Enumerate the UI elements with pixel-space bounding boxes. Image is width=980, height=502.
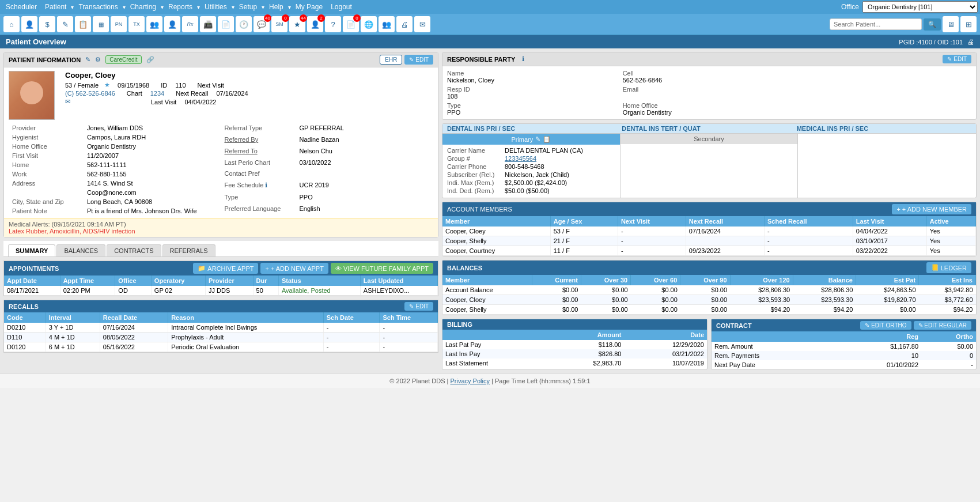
table-row[interactable]: Cooper, Courtney 11 / F - 09/23/2022 - 0… (442, 246, 976, 256)
money-icon[interactable]: $ (39, 16, 55, 32)
table-row[interactable]: Cooper, Cloey $0.00 $0.00 $0.00 $0.00 $2… (442, 295, 976, 305)
rp-edit-button[interactable]: ✎ EDIT (943, 55, 971, 63)
archive-icon: 📁 (198, 265, 206, 272)
tx-icon[interactable]: TX (128, 16, 145, 32)
tab-balances[interactable]: BALANCES (56, 244, 105, 256)
calendar-icon[interactable]: 📋 (75, 16, 91, 32)
archive-appt-button[interactable]: 📁 ARCHIVE APPT (193, 263, 258, 274)
privacy-policy-link[interactable]: Privacy Policy (451, 378, 490, 384)
nav-charting[interactable]: Charting (127, 1, 160, 13)
recall-date-cell: 05/16/2022 (100, 342, 168, 352)
notification-icon[interactable]: ★44 (289, 16, 305, 32)
age-sex-cell: 53 / F (550, 227, 618, 236)
edit-ortho-button[interactable]: ✎ EDIT ORTHO (860, 321, 911, 330)
tab-contracts[interactable]: CONTRACTS (107, 244, 161, 256)
table-row[interactable]: Account Balance $0.00 $0.00 $0.00 $0.00 … (442, 285, 976, 295)
table-row[interactable]: Cooper, Shelly 21 / F - - 03/10/2017 Yes (442, 236, 976, 246)
edit-ins-icon[interactable]: ✎ (535, 135, 540, 143)
nav-help[interactable]: Help (266, 1, 287, 13)
doc-icon[interactable]: 📄 (218, 16, 234, 32)
balances-section: BALANCES 📒 LEDGER Member Current Over 30… (442, 260, 977, 315)
table-row[interactable]: D0210 3 Y + 1D 07/16/2024 Intraoral Comp… (4, 323, 438, 333)
email-icon[interactable]: ✉ (65, 98, 70, 105)
balance-over120-cell: $94.20 (730, 305, 793, 315)
apps-icon[interactable]: ⊞ (960, 16, 977, 32)
pn-icon[interactable]: PN (111, 16, 127, 32)
main-content: PATIENT INFORMATION ✎ ⚙ CareCredit 🔗 EHR… (0, 48, 980, 373)
nav-patient[interactable]: Patient (41, 1, 70, 13)
nav-mypage[interactable]: My Page (292, 1, 326, 13)
ledger-button[interactable]: 📒 LEDGER (926, 262, 971, 273)
nav-reports[interactable]: Reports (165, 1, 196, 13)
care-credit-badge[interactable]: CareCredit (105, 55, 141, 64)
search-button[interactable]: 🔍 (924, 18, 941, 31)
globe-icon[interactable]: 🌐 (361, 16, 377, 32)
fee-info-icon[interactable]: ℹ (265, 182, 267, 188)
reports-arrow: ▾ (197, 4, 200, 10)
table-row[interactable]: 08/17/2021 02:20 PM OD GP 02 JJ DDS 50 A… (4, 286, 438, 296)
work-phone-row: Work 562-880-1155 (9, 169, 221, 179)
add-person-icon[interactable]: 👤 (164, 16, 180, 32)
print-icon[interactable]: 🖨 (967, 38, 974, 46)
patient-icon[interactable]: 👤 (21, 16, 37, 32)
contract-header: CONTRACT ✎ EDIT ORTHO ✎ EDIT REGULAR (712, 319, 976, 331)
pen-icon[interactable]: ✎ (57, 16, 73, 32)
nav-transactions[interactable]: Transactions (75, 1, 121, 13)
patient-info-edit-icon[interactable]: ✎ (85, 56, 90, 63)
table-row[interactable]: D0120 6 M + 1D 05/16/2022 Periodic Oral … (4, 342, 438, 352)
office-select[interactable]: Organic Dentistry [101] (862, 1, 978, 13)
account-members-header: ACCOUNT MEMBERS + + ADD NEW MEMBER (442, 202, 976, 216)
pgid-text: PGID :4100 / OID :101 (899, 39, 963, 46)
balance-over60-cell: $0.00 (631, 305, 680, 315)
clock-icon[interactable]: 🕐 (236, 16, 252, 32)
printer-icon[interactable]: 🖨 (396, 16, 413, 32)
edit-regular-button[interactable]: ✎ EDIT REGULAR (914, 321, 972, 330)
sm-icon[interactable]: SM0 (271, 16, 287, 32)
help-icon[interactable]: ? (325, 16, 341, 32)
nav-utilities[interactable]: Utilities (201, 1, 230, 13)
patient-info-settings-icon[interactable]: ⚙ (95, 56, 101, 63)
group-value[interactable]: 123345564 (505, 155, 536, 162)
home-icon[interactable]: ⌂ (3, 16, 20, 32)
group-row: Group # 123345564 (447, 155, 615, 162)
copy-ins-icon[interactable]: 📋 (543, 135, 551, 143)
rx-icon[interactable]: Rx (182, 16, 198, 32)
active-cell: Yes (926, 236, 975, 246)
billing-row-label: Last Statement (442, 358, 549, 368)
contract-reg-col: Reg (833, 331, 922, 342)
tab-referrals[interactable]: REFERRALS (162, 244, 215, 256)
group-icon[interactable]: 👥 (379, 16, 395, 32)
monitor-icon[interactable]: 🖥 (943, 16, 959, 32)
table-row[interactable]: Cooper, Cloey 53 / F - 07/16/2024 - 04/0… (442, 227, 976, 236)
view-family-appt-button[interactable]: 👁 VIEW FUTURE FAMILY APPT (331, 263, 433, 274)
nav-setup[interactable]: Setup (236, 1, 260, 13)
rp-info-icon[interactable]: ℹ (522, 55, 524, 63)
referred-to-label[interactable]: Referred To (221, 146, 296, 158)
table-row[interactable]: Cooper, Shelly $0.00 $0.00 $0.00 $0.00 $… (442, 305, 976, 315)
add-appt-button[interactable]: + + ADD NEW APPT (260, 263, 328, 274)
last-visit-cell: 04/04/2022 (853, 227, 926, 236)
user-icon[interactable]: 👤2 (307, 16, 323, 32)
first-visit-label: First Visit (9, 151, 84, 160)
tooth-icon[interactable]: ▦ (93, 16, 109, 32)
mail2-icon[interactable]: ✉ (414, 16, 430, 32)
patient-edit-button[interactable]: ✎ EDIT (404, 55, 433, 65)
type-value: PPO (296, 193, 434, 204)
recalls-edit-button[interactable]: ✎ EDIT (404, 302, 433, 311)
nav-scheduler[interactable]: Scheduler (2, 1, 40, 13)
fax-icon[interactable]: 📠 (200, 16, 216, 32)
add-member-button[interactable]: + + ADD NEW MEMBER (892, 204, 971, 214)
appointments-section: APPOINTMENTS 📁 ARCHIVE APPT + + ADD NEW … (3, 261, 438, 296)
medical-alerts-section: Medical Alerts: (09/15/2021 09:14 AM PT)… (4, 218, 438, 237)
chat-icon[interactable]: 💬40 (253, 16, 270, 32)
people-icon[interactable]: 👥 (146, 16, 162, 32)
flag-icon[interactable]: 📄0 (343, 16, 359, 32)
last-visit-col: Last Visit (853, 216, 926, 227)
referred-by-label[interactable]: Referred By (221, 135, 296, 146)
care-credit-icon[interactable]: 🔗 (146, 56, 154, 63)
tab-summary[interactable]: SUMMARY (8, 244, 55, 256)
nav-logout[interactable]: Logout (327, 1, 355, 13)
table-row[interactable]: D110 4 M + 1D 08/05/2022 Prophylaxis - A… (4, 333, 438, 342)
ehr-button[interactable]: EHR (380, 55, 402, 65)
search-input[interactable] (830, 18, 922, 30)
